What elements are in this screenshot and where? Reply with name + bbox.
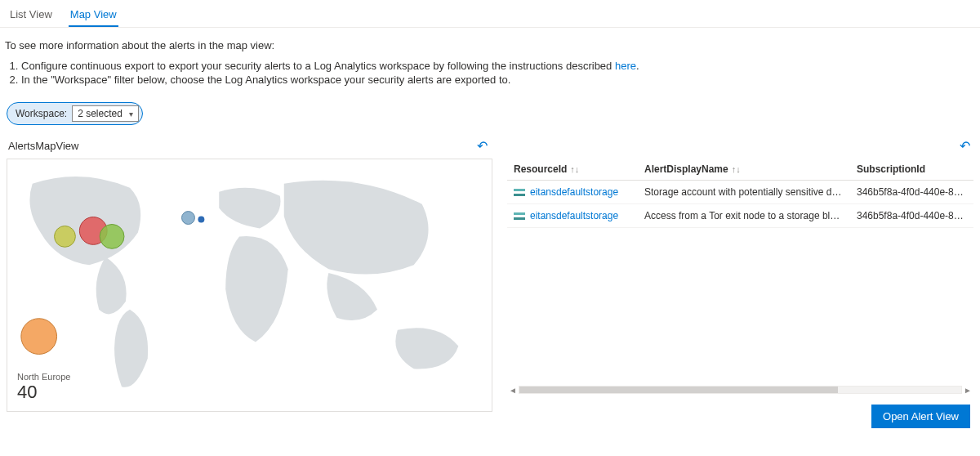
- action-row: Open Alert View: [507, 396, 973, 428]
- undo-icon[interactable]: ↶: [477, 138, 488, 154]
- table-row[interactable]: eitansdefaultstorage Access from a Tor e…: [507, 204, 973, 228]
- instructions-link[interactable]: here: [615, 60, 636, 72]
- map-panel-title: AlertsMapView: [8, 140, 78, 152]
- subscription-cell: 346b5f8a-4f0d-440e-8a45-0c0b5: [850, 204, 973, 228]
- intro-step1-post: .: [636, 60, 639, 72]
- alerts-table: ResourceId↑↓ AlertDisplayName↑↓ Subscrip…: [507, 159, 973, 228]
- alerts-top-row: ↶: [507, 138, 973, 159]
- map-bubble[interactable]: [198, 217, 204, 223]
- map-bubble[interactable]: [182, 212, 195, 225]
- alert-name-cell: Access from a Tor exit node to a storage…: [638, 204, 850, 228]
- scroll-right-icon[interactable]: ►: [962, 386, 973, 395]
- scroll-left-icon[interactable]: ◄: [507, 386, 519, 395]
- resource-link[interactable]: eitansdefaultstorage: [530, 186, 618, 198]
- content-row: AlertsMapView ↶: [0, 132, 980, 438]
- map-region-count: 40: [17, 382, 70, 403]
- intro-steps: Configure continuous export to export yo…: [21, 60, 975, 86]
- intro-step-2: In the "Workspace" filter below, choose …: [21, 74, 975, 86]
- resource-link[interactable]: eitansdefaultstorage: [530, 210, 618, 221]
- intro-block: To see more information about the alerts…: [0, 28, 980, 91]
- map-region-label: North Europe: [17, 372, 70, 382]
- col-alertdisplayname[interactable]: AlertDisplayName↑↓: [638, 159, 850, 181]
- world-map-svg: [7, 159, 492, 411]
- intro-lead: To see more information about the alerts…: [5, 39, 975, 51]
- workspace-filter-value: 2 selected: [78, 108, 122, 119]
- filters-row: Workspace: 2 selected ▾: [0, 91, 980, 132]
- intro-step-1: Configure continuous export to export yo…: [21, 60, 975, 72]
- tab-list-view[interactable]: List View: [8, 5, 54, 27]
- view-tabs: List View Map View: [0, 0, 980, 28]
- open-alert-view-button[interactable]: Open Alert View: [871, 405, 970, 428]
- alert-name-cell: Storage account with potentially sensiti…: [638, 181, 850, 204]
- sort-icon: ↑↓: [570, 164, 579, 174]
- map-panel: AlertsMapView ↶: [7, 138, 492, 412]
- world-map[interactable]: North Europe 40: [7, 159, 492, 412]
- alerts-panel: ↶ ResourceId↑↓ AlertDisplayName↑↓ Subscr…: [507, 138, 973, 428]
- subscription-cell: 346b5f8a-4f0d-440e-8a45-0c0b5: [850, 181, 973, 204]
- undo-icon[interactable]: ↶: [960, 138, 970, 154]
- workspace-filter-select[interactable]: 2 selected ▾: [72, 105, 139, 122]
- storage-icon: [514, 188, 525, 198]
- scroll-thumb[interactable]: [519, 387, 838, 393]
- map-bubble[interactable]: [55, 226, 76, 247]
- map-bubble[interactable]: [21, 319, 57, 355]
- sort-icon: ↑↓: [732, 164, 741, 174]
- chevron-down-icon: ▾: [129, 110, 133, 118]
- map-caption: North Europe 40: [17, 372, 70, 403]
- horizontal-scrollbar[interactable]: ◄ ►: [507, 383, 973, 396]
- workspace-filter-chip: Workspace: 2 selected ▾: [7, 102, 143, 125]
- intro-step1-pre: Configure continuous export to export yo…: [21, 60, 615, 72]
- tab-map-view[interactable]: Map View: [69, 5, 118, 27]
- table-row[interactable]: eitansdefaultstorage Storage account wit…: [507, 181, 973, 204]
- col-subscriptionid[interactable]: SubscriptionId: [850, 159, 973, 181]
- map-title-row: AlertsMapView ↶: [7, 138, 492, 159]
- storage-icon: [514, 212, 525, 221]
- map-bubble[interactable]: [100, 224, 124, 248]
- col-resourceid[interactable]: ResourceId↑↓: [507, 159, 638, 181]
- scroll-track[interactable]: [519, 386, 962, 394]
- workspace-filter-label: Workspace:: [16, 108, 67, 119]
